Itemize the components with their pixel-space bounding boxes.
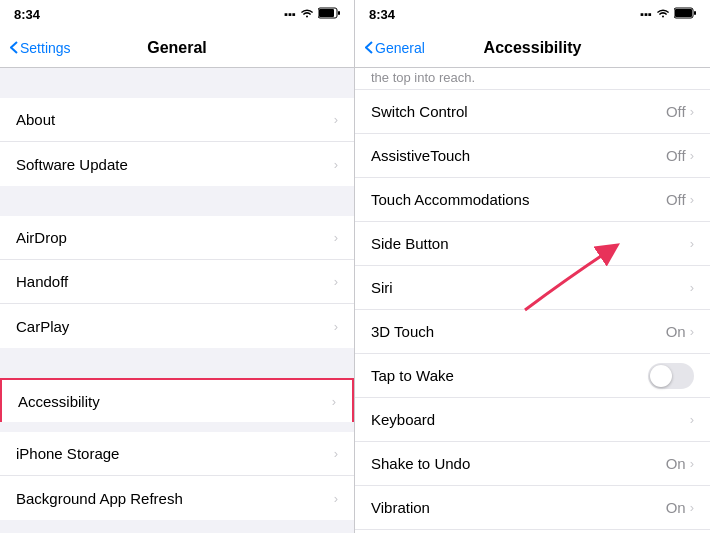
list-item[interactable]: Software Update ›: [0, 142, 354, 186]
chevron-icon: ›: [334, 491, 338, 506]
right-nav-title: Accessibility: [484, 39, 582, 57]
left-back-label: Settings: [20, 40, 71, 56]
list-item[interactable]: Handoff ›: [0, 260, 354, 304]
left-group-3: Accessibility ›: [0, 378, 354, 422]
list-item[interactable]: Background App Refresh ›: [0, 476, 354, 520]
chevron-icon: ›: [690, 324, 694, 339]
list-item[interactable]: iPhone Storage ›: [0, 432, 354, 476]
svg-rect-1: [319, 9, 334, 17]
chevron-icon: ›: [334, 274, 338, 289]
tap-to-wake-item[interactable]: Tap to Wake: [355, 354, 710, 398]
left-settings-list[interactable]: About › Software Update › AirDrop › Hand…: [0, 68, 354, 533]
left-time: 8:34: [14, 7, 40, 22]
battery-icon: [318, 7, 340, 21]
chevron-icon: ›: [334, 157, 338, 172]
left-group-1: About › Software Update ›: [0, 98, 354, 186]
chevron-icon: ›: [690, 500, 694, 515]
right-time: 8:34: [369, 7, 395, 22]
right-phone-panel: 8:34 ▪▪▪ General Accessibility the top i…: [355, 0, 710, 533]
toggle-knob: [650, 365, 672, 387]
tap-to-wake-toggle[interactable]: [648, 363, 694, 389]
vibration-item[interactable]: Vibration On›: [355, 486, 710, 530]
switch-control-item[interactable]: Switch Control Off›: [355, 90, 710, 134]
side-button-item[interactable]: Side Button ›: [355, 222, 710, 266]
left-phone-panel: 8:34 ▪▪▪ Settings General About ›: [0, 0, 355, 533]
chevron-icon: ›: [690, 412, 694, 427]
3dtouch-item[interactable]: 3D Touch On›: [355, 310, 710, 354]
chevron-icon: ›: [690, 192, 694, 207]
chevron-icon: ›: [334, 230, 338, 245]
right-back-button[interactable]: General: [365, 40, 425, 56]
right-settings-list[interactable]: Switch Control Off› AssistiveTouch Off› …: [355, 90, 710, 533]
right-status-icons: ▪▪▪: [640, 7, 696, 21]
left-nav-title: General: [147, 39, 207, 57]
scroll-hint: the top into reach.: [355, 68, 710, 90]
shake-to-undo-item[interactable]: Shake to Undo On›: [355, 442, 710, 486]
signal-icon: ▪▪▪: [640, 8, 652, 20]
siri-item[interactable]: Siri ›: [355, 266, 710, 310]
signal-icon: ▪▪▪: [284, 8, 296, 20]
right-nav-bar: General Accessibility: [355, 28, 710, 68]
left-back-button[interactable]: Settings: [10, 40, 71, 56]
assistivetouch-item[interactable]: AssistiveTouch Off›: [355, 134, 710, 178]
left-status-icons: ▪▪▪: [284, 7, 340, 21]
battery-icon: [674, 7, 696, 21]
svg-rect-2: [338, 11, 340, 15]
chevron-icon: ›: [690, 456, 694, 471]
list-item[interactable]: AirDrop ›: [0, 216, 354, 260]
chevron-icon: ›: [334, 112, 338, 127]
right-status-bar: 8:34 ▪▪▪: [355, 0, 710, 28]
right-main-group: Switch Control Off› AssistiveTouch Off› …: [355, 90, 710, 533]
left-group-4: iPhone Storage › Background App Refresh …: [0, 432, 354, 520]
chevron-icon: ›: [690, 236, 694, 251]
touch-accommodations-item[interactable]: Touch Accommodations Off›: [355, 178, 710, 222]
chevron-icon: ›: [332, 394, 336, 409]
accessibility-item[interactable]: Accessibility ›: [0, 378, 354, 422]
wifi-icon: [300, 8, 314, 21]
right-back-label: General: [375, 40, 425, 56]
wifi-icon: [656, 8, 670, 21]
chevron-icon: ›: [690, 280, 694, 295]
keyboard-item[interactable]: Keyboard ›: [355, 398, 710, 442]
chevron-icon: ›: [334, 319, 338, 334]
chevron-icon: ›: [690, 148, 694, 163]
left-group-2: AirDrop › Handoff › CarPlay ›: [0, 216, 354, 348]
svg-rect-5: [694, 11, 696, 15]
chevron-icon: ›: [334, 446, 338, 461]
list-item[interactable]: About ›: [0, 98, 354, 142]
left-nav-bar: Settings General: [0, 28, 354, 68]
svg-rect-4: [675, 9, 692, 17]
left-status-bar: 8:34 ▪▪▪: [0, 0, 354, 28]
chevron-icon: ›: [690, 104, 694, 119]
list-item[interactable]: CarPlay ›: [0, 304, 354, 348]
